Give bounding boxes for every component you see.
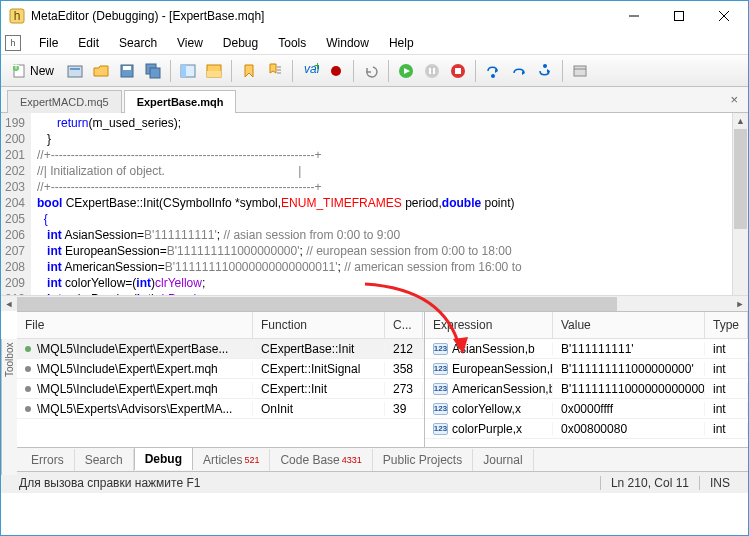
stack-row[interactable]: \MQL5\Include\Expert\ExpertBase...CExper… [17,339,424,359]
menu-debug[interactable]: Debug [213,32,268,54]
save-all-button[interactable] [141,59,165,83]
toolbar: + New var+ [1,55,748,87]
watch-row-empty[interactable] [425,439,748,447]
menu-file[interactable]: File [29,32,68,54]
var-icon: 123 [433,403,448,415]
svg-rect-27 [429,68,431,74]
svg-text:h: h [14,9,21,23]
svg-rect-30 [455,68,461,74]
stack-body: \MQL5\Include\Expert\ExpertBase...CExper… [17,339,424,447]
svg-text:+: + [12,64,19,73]
svg-rect-14 [150,68,160,78]
app-icon: h [9,8,25,24]
project-button[interactable] [63,59,87,83]
menu-edit[interactable]: Edit [68,32,109,54]
bottom-tab-errors[interactable]: Errors [21,449,75,471]
watch-row[interactable]: 123AmericanSession,bB'111111110000000000… [425,379,748,399]
svg-rect-12 [123,66,131,70]
col-type[interactable]: Type [705,312,748,338]
col-expression[interactable]: Expression [425,312,553,338]
debug-panel: File Function C... \MQL5\Include\Expert\… [17,311,748,447]
scroll-right-icon[interactable]: ► [732,296,748,312]
new-button[interactable]: + New [5,59,61,83]
status-bar: Для вызова справки нажмите F1 Ln 210, Co… [1,471,748,493]
close-button[interactable] [701,2,746,31]
col-value[interactable]: Value [553,312,705,338]
tab-close-icon[interactable]: × [720,92,748,107]
menu-window[interactable]: Window [316,32,379,54]
vertical-scrollbar[interactable]: ▲ [732,113,748,295]
bottom-tab-search[interactable]: Search [75,449,134,471]
svg-point-26 [425,64,439,78]
svg-rect-3 [674,12,683,21]
undo-button[interactable] [359,59,383,83]
save-button[interactable] [115,59,139,83]
terminal-button[interactable] [568,59,592,83]
svg-rect-33 [574,66,586,76]
toolbox-side-label[interactable]: Toolbox [1,339,17,475]
scroll-thumb-v[interactable] [734,129,747,229]
stack-row[interactable]: \MQL5\Include\Expert\Expert.mqhCExpert::… [17,359,424,379]
bottom-tab-code-base[interactable]: Code Base4331 [270,449,372,471]
bottom-tab-public-projects[interactable]: Public Projects [373,449,473,471]
svg-rect-18 [207,71,221,77]
col-line[interactable]: C... [385,312,423,338]
status-hint: Для вызова справки нажмите F1 [9,476,210,490]
svg-rect-9 [68,66,82,77]
scroll-up-icon[interactable]: ▲ [733,113,748,129]
open-button[interactable] [89,59,113,83]
toolbox-button[interactable] [202,59,226,83]
navigator-button[interactable] [176,59,200,83]
svg-point-32 [543,64,547,68]
menu-search[interactable]: Search [109,32,167,54]
debug-stop-button[interactable] [446,59,470,83]
maximize-button[interactable] [656,2,701,31]
step-out-button[interactable] [533,59,557,83]
file-tab[interactable]: ExpertMACD.mq5 [7,90,122,113]
menu-view[interactable]: View [167,32,213,54]
watch-row[interactable]: 123colorPurple,x0x00800080int [425,419,748,439]
menu-tools[interactable]: Tools [268,32,316,54]
breakpoint-button[interactable] [324,59,348,83]
var-watch-button[interactable]: var+ [298,59,322,83]
title-bar: h MetaEditor (Debugging) - [ExpertBase.m… [1,1,748,31]
var-icon: 123 [433,343,448,355]
line-gutter: 199200201202203204205206207208209210211 [1,113,31,311]
stack-row[interactable]: \MQL5\Include\Expert\Expert.mqhCExpert::… [17,379,424,399]
watch-pane: Expression Value Type 123AsianSession,bB… [425,312,748,447]
col-function[interactable]: Function [253,312,385,338]
minimize-button[interactable] [611,2,656,31]
step-over-button[interactable] [507,59,531,83]
svg-rect-10 [70,68,80,70]
watch-row[interactable]: 123EuropeanSession,bB'111111111000000000… [425,359,748,379]
status-mode: INS [700,476,740,490]
bottom-tab-articles[interactable]: Articles521 [193,449,270,471]
menu-help[interactable]: Help [379,32,424,54]
bookmark-button[interactable] [237,59,261,83]
watch-row[interactable]: 123AsianSession,bB'111111111'int [425,339,748,359]
code-editor[interactable]: 199200201202203204205206207208209210211 … [1,113,748,311]
watch-row[interactable]: 123colorYellow,x0x0000ffffint [425,399,748,419]
stack-header: File Function C... [17,312,424,339]
bottom-tab-debug[interactable]: Debug [134,447,193,470]
debug-start-button[interactable] [394,59,418,83]
call-stack-pane: File Function C... \MQL5\Include\Expert\… [17,312,425,447]
debug-pause-button[interactable] [420,59,444,83]
svg-text:+: + [314,63,319,73]
scroll-thumb-h[interactable] [17,297,617,311]
var-icon: 123 [433,383,448,395]
svg-point-31 [491,74,495,78]
code-content[interactable]: return(m_used_series); }//+-------------… [31,113,748,311]
step-into-button[interactable] [481,59,505,83]
col-file[interactable]: File [17,312,253,338]
menu-bar: h File Edit Search View Debug Tools Wind… [1,31,748,55]
file-tab-active[interactable]: ExpertBase.mqh [124,90,237,113]
stack-row[interactable]: \MQL5\Experts\Advisors\ExpertMA...OnInit… [17,399,424,419]
bookmark-list-button[interactable] [263,59,287,83]
window-title: MetaEditor (Debugging) - [ExpertBase.mqh… [31,9,611,23]
scroll-left-icon[interactable]: ◄ [1,296,17,312]
watch-body: 123AsianSession,bB'111111111'int123Europ… [425,339,748,447]
watch-header: Expression Value Type [425,312,748,339]
bottom-tab-journal[interactable]: Journal [473,449,533,471]
horizontal-scrollbar[interactable]: ◄ ► [1,295,748,311]
